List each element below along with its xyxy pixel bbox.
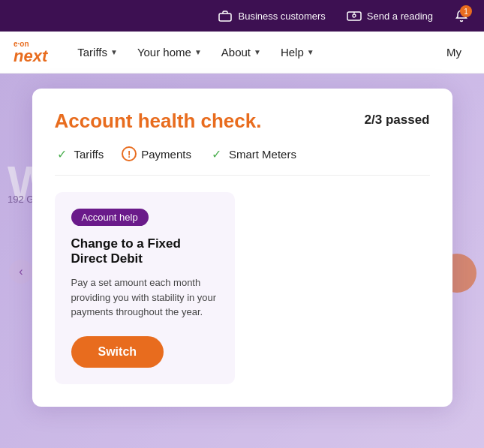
switch-button[interactable]: Switch <box>71 336 164 368</box>
smart-meters-check-label: Smart Meters <box>229 148 296 161</box>
nav-my[interactable]: My <box>437 40 470 65</box>
send-reading-link[interactable]: Send a reading <box>347 8 433 23</box>
logo-next: next <box>14 48 47 65</box>
payments-warning-icon: ! <box>122 146 137 161</box>
payments-check-label: Payments <box>141 148 191 161</box>
check-tariffs: ✓ Tariffs <box>55 146 104 161</box>
health-check-modal: Account health check. 2/3 passed ✓ Tarif… <box>32 89 452 407</box>
svg-point-2 <box>353 14 356 17</box>
tariffs-chevron-icon: ▼ <box>110 48 118 56</box>
check-smart-meters: ✓ Smart Meters <box>209 146 296 161</box>
nav-tariffs-label: Tariffs <box>77 46 107 59</box>
your-home-chevron-icon: ▼ <box>194 48 202 56</box>
smart-meters-check-icon: ✓ <box>209 146 224 161</box>
nav-help-label: Help <box>281 46 304 59</box>
nav-my-label: My <box>446 46 461 59</box>
check-items-row: ✓ Tariffs ! Payments ✓ Smart Meters <box>55 146 430 176</box>
card-badge: Account help <box>71 209 149 226</box>
business-customers-label: Business customers <box>238 11 325 22</box>
notification-count: 1 <box>460 5 472 17</box>
logo[interactable]: e·on next <box>14 41 47 65</box>
modal-title: Account health check. <box>55 110 262 133</box>
tariffs-check-label: Tariffs <box>74 148 104 161</box>
modal-header: Account health check. 2/3 passed <box>55 110 430 133</box>
notifications-link[interactable]: 1 <box>454 8 469 23</box>
help-chevron-icon: ▼ <box>307 48 314 56</box>
top-bar: Business customers Send a reading 1 <box>0 0 484 32</box>
card-title: Change to a Fixed Direct Debit <box>71 236 218 266</box>
send-reading-label: Send a reading <box>367 11 433 22</box>
modal-overlay: Account health check. 2/3 passed ✓ Tarif… <box>0 74 484 448</box>
nav-bar: e·on next Tariffs ▼ Your home ▼ About ▼ … <box>0 32 484 74</box>
nav-about-label: About <box>221 46 251 59</box>
check-payments: ! Payments <box>122 146 191 161</box>
nav-your-home[interactable]: Your home ▼ <box>128 40 211 65</box>
svg-rect-0 <box>219 14 231 21</box>
tariffs-check-icon: ✓ <box>55 146 70 161</box>
nav-your-home-label: Your home <box>137 46 191 59</box>
briefcase-icon <box>218 8 233 23</box>
meter-icon <box>347 8 362 23</box>
about-chevron-icon: ▼ <box>254 48 261 56</box>
business-customers-link[interactable]: Business customers <box>218 8 325 23</box>
nav-about[interactable]: About ▼ <box>212 40 270 65</box>
card-description: Pay a set amount each month providing yo… <box>71 275 218 320</box>
nav-items: Tariffs ▼ Your home ▼ About ▼ Help ▼ My <box>68 40 470 65</box>
nav-tariffs[interactable]: Tariffs ▼ <box>68 40 127 65</box>
passed-count: 2/3 passed <box>365 113 430 128</box>
account-help-card: Account help Change to a Fixed Direct De… <box>55 192 235 384</box>
nav-help[interactable]: Help ▼ <box>272 40 323 65</box>
